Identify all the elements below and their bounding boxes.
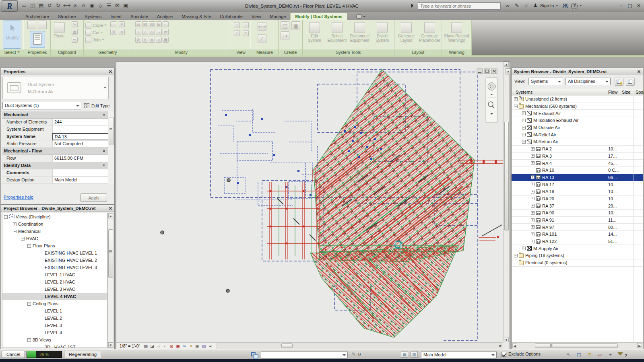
text-icon[interactable]: A: [80, 2, 87, 10]
tree-item[interactable]: EXISTING HVAC LEVEL 1: [2, 249, 107, 257]
sign-in-caret-icon[interactable]: [556, 2, 559, 10]
system-expander-icon[interactable]: [531, 190, 535, 193]
tree-item[interactable]: LEVEL 1: [2, 307, 107, 315]
property-row[interactable]: Mechanical: [2, 111, 109, 119]
disconnect-equipment-button[interactable]: Disconnect Equipment: [349, 21, 371, 49]
select-equipment-button[interactable]: Select Equipment: [326, 21, 348, 49]
properties-toggle-icon[interactable]: [27, 21, 36, 29]
system-expander-icon[interactable]: [531, 147, 535, 151]
system-row[interactable]: M-Relief Air: [512, 131, 643, 138]
demolish-icon[interactable]: ✕: [119, 29, 125, 35]
help-caret-icon[interactable]: [580, 2, 583, 10]
system-row[interactable]: RA 97 80...: [512, 224, 643, 231]
tree-item[interactable]: LEVEL 3 HVAC: [2, 286, 107, 293]
detail-level-icon[interactable]: ▦: [142, 343, 149, 349]
tree-item[interactable]: LEVEL 2: [2, 315, 107, 322]
tree-item[interactable]: LEVEL 1 HVAC: [2, 271, 107, 278]
visual-style-icon[interactable]: ◪: [149, 343, 155, 349]
geometry-tool[interactable]: Join: [85, 37, 107, 43]
design-options-icon[interactable]: ▥: [411, 351, 418, 358]
mirror-icon[interactable]: ◇: [149, 29, 155, 35]
ribbon-tab[interactable]: Collaborate: [216, 13, 247, 20]
select-underlay-icon[interactable]: ⊡: [586, 352, 592, 358]
create-assembly-icon[interactable]: ⇢: [281, 31, 289, 40]
default-3d-view-icon[interactable]: ◉: [89, 2, 95, 10]
sign-in-button[interactable]: Sign In: [540, 3, 554, 8]
tree-expander-icon[interactable]: [13, 222, 17, 226]
worksets-icon[interactable]: [251, 352, 256, 356]
section-icon[interactable]: ☰: [105, 2, 112, 10]
exclude-options-checkbox[interactable]: [502, 352, 506, 357]
system-expander-icon[interactable]: [531, 218, 535, 222]
system-row[interactable]: Unassigned (2 items): [512, 96, 643, 103]
tree-item[interactable]: Ceiling Plans: [2, 300, 107, 307]
measure-along-icon[interactable]: ∕: [258, 34, 266, 43]
maximize-button[interactable]: ▢: [627, 2, 633, 9]
system-row[interactable]: RA 20 10...: [512, 195, 643, 203]
show-related-warnings-button[interactable]: Show Related Warnings: [443, 21, 471, 49]
ribbon-tab[interactable]: Annotate: [126, 13, 153, 20]
tree-item[interactable]: LEVEL 4: [2, 329, 107, 336]
tree-item[interactable]: LEVEL 3: [2, 322, 107, 329]
property-row[interactable]: System Equipment: [2, 126, 109, 133]
ribbon-tab[interactable]: Manage: [266, 13, 291, 20]
align-icon[interactable]: ▤: [135, 21, 141, 27]
system-expander-icon[interactable]: [522, 119, 526, 122]
tree-item[interactable]: Views (Discipline): [2, 213, 107, 220]
editable-only-icon[interactable]: ✎: [352, 352, 356, 357]
generate-layout-button[interactable]: Generate Layout: [395, 21, 418, 49]
select-by-face-icon[interactable]: +: [607, 352, 613, 358]
offset-icon[interactable]: ▭: [110, 21, 116, 27]
scale-icon[interactable]: ↔: [156, 29, 162, 35]
create-group-icon[interactable]: ◫: [281, 21, 289, 30]
tree-item[interactable]: LEVEL 2 HVAC: [2, 278, 107, 286]
hide-icon[interactable]: ○: [234, 22, 240, 28]
match-type-icon[interactable]: ✏: [72, 37, 78, 43]
canvas-vertical-scrollbar[interactable]: ▲ ▼: [503, 62, 510, 342]
system-expander-icon[interactable]: [531, 154, 535, 158]
tree-item[interactable]: EXISTING HVAC LEVEL 2: [2, 257, 107, 264]
system-row[interactable]: RA 18 10...: [512, 188, 643, 195]
worksharing-display-icon[interactable]: ▣: [194, 343, 200, 349]
tree-expander-icon[interactable]: [21, 237, 25, 241]
system-expander-icon[interactable]: [514, 254, 518, 257]
property-row[interactable]: Static Pressure Not Computed: [2, 140, 109, 148]
system-row[interactable]: RA 13 66...: [512, 174, 643, 181]
close-hidden-windows-icon[interactable]: ⊠: [114, 2, 121, 10]
property-row[interactable]: System Name RA 13: [2, 133, 109, 140]
geometry-tool[interactable]: Cut: [85, 29, 107, 36]
aligned-dimension-icon[interactable]: ⌀: [72, 2, 78, 10]
system-row[interactable]: M-Return Air: [512, 138, 643, 146]
ribbon-tab[interactable]: Insert: [106, 13, 126, 20]
system-browser-horizontal-scrollbar[interactable]: ◀ ▶: [512, 342, 643, 349]
array-icon[interactable]: ⊞: [156, 21, 162, 27]
tree-expander-icon[interactable]: [27, 244, 31, 248]
split-face-icon[interactable]: ≡: [119, 21, 125, 27]
system-row[interactable]: RA 4 45...: [512, 160, 643, 167]
ribbon-tab[interactable]: View: [247, 13, 266, 20]
property-row[interactable]: Number of Elements 244: [2, 119, 109, 126]
save-icon[interactable]: ◫: [29, 2, 36, 10]
sync-icon[interactable]: ▤: [38, 2, 45, 10]
system-row[interactable]: M-Isolation Exhaust Air: [512, 117, 643, 124]
search-input[interactable]: [418, 2, 501, 10]
ribbon-tab[interactable]: Modify | Duct Systems: [290, 13, 347, 20]
geometry-tool[interactable]: Cope: [85, 22, 107, 29]
system-row[interactable]: RA 91 11...: [512, 217, 643, 224]
canvas-horizontal-scrollbar[interactable]: ▶: [217, 343, 503, 349]
system-row[interactable]: RA 17 10...: [512, 181, 643, 188]
close-button[interactable]: ✕: [636, 2, 642, 9]
properties-help-link[interactable]: Properties help: [4, 195, 33, 200]
account-icon[interactable]: ♟: [532, 2, 539, 10]
system-expander-icon[interactable]: [531, 225, 535, 229]
system-expander-icon[interactable]: [522, 133, 526, 136]
apply-button[interactable]: Apply: [80, 193, 107, 202]
property-row[interactable]: Flow 66115.00 CFM: [2, 155, 109, 162]
ribbon-tab[interactable]: Architecture: [21, 13, 54, 20]
select-pinned-icon[interactable]: ▱: [597, 352, 603, 358]
linework-icon[interactable]: ∕: [234, 30, 240, 36]
property-row[interactable]: Design Option Main Model: [2, 177, 109, 184]
system-row[interactable]: RA 37 29...: [512, 202, 643, 210]
view-scale-button[interactable]: 1/8" = 1'-0": [116, 343, 142, 348]
open-icon[interactable]: ▱: [21, 2, 28, 10]
